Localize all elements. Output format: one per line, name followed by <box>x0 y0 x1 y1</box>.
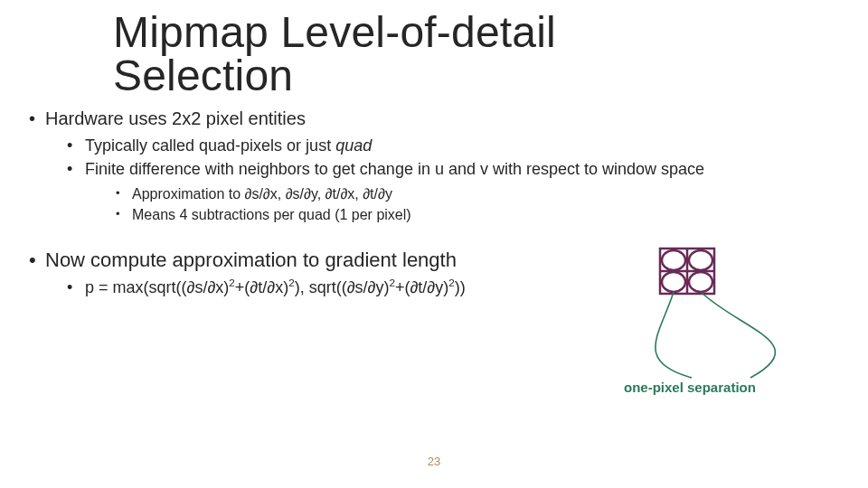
formula-text: p = max(sqrt((∂s/∂x)2+(∂t/∂x)2), sqrt((∂… <box>85 278 466 296</box>
bullet-list-1: Hardware uses 2x2 pixel entities Typical… <box>29 107 841 225</box>
svg-point-2 <box>689 250 712 270</box>
bullet-list-1-subsub: Approximation to ∂s/∂x, ∂s/∂y, ∂t/∂x, ∂t… <box>85 184 841 225</box>
bullet-finite-diff: Finite difference with neighbors to get … <box>67 158 841 224</box>
page-number: 23 <box>0 455 868 468</box>
bullet-4-subtractions: Means 4 subtractions per quad (1 per pix… <box>116 205 841 225</box>
annotation-one-pixel-separation: one-pixel separation <box>624 380 756 395</box>
bullet-quad: Typically called quad-pixels or just qua… <box>67 135 841 156</box>
quad-pixel-diagram <box>642 244 823 398</box>
svg-point-1 <box>662 250 685 270</box>
svg-point-4 <box>689 272 712 292</box>
bullet-list-1-sub: Typically called quad-pixels or just qua… <box>45 135 841 225</box>
slide-title: Mipmap Level-of-detail Selection <box>113 11 556 98</box>
svg-point-3 <box>662 272 685 292</box>
title-line-1: Mipmap Level-of-detail <box>113 8 556 56</box>
bullet-hardware-text: Hardware uses 2x2 pixel entities <box>45 108 306 128</box>
title-line-2: Selection <box>113 52 293 99</box>
bullet-gradient-text: Now compute approximation to gradient le… <box>45 249 457 271</box>
bullet-finite-diff-text: Finite difference with neighbors to get … <box>85 160 704 178</box>
bullet-approx-partials: Approximation to ∂s/∂x, ∂s/∂y, ∂t/∂x, ∂t… <box>116 184 841 204</box>
bullet-quad-em: quad <box>335 136 372 155</box>
bullet-hardware: Hardware uses 2x2 pixel entities Typical… <box>29 107 841 225</box>
slide: Mipmap Level-of-detail Selection Hardwar… <box>0 0 868 488</box>
bullet-quad-pre: Typically called quad-pixels or just <box>85 136 335 155</box>
